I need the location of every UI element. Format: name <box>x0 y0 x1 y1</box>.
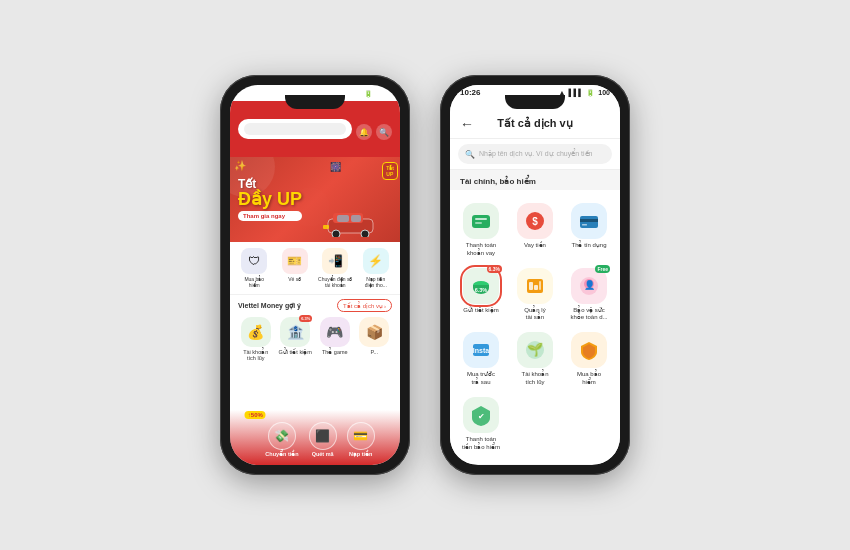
phone1-screen: 10:26 ◀ ▌▌▌ 🔋 100 🔔 🔍 <box>230 85 400 465</box>
recommend-row: 💰 Tài khoảntích lũy 🏦 6.3% Gửi tiết kiệm… <box>238 317 392 361</box>
svg-rect-13 <box>580 219 598 222</box>
grid-quan-ly-tai-san[interactable]: Quản lýtài sản <box>508 263 562 328</box>
svg-text:✔: ✔ <box>478 412 485 421</box>
service-ve-so[interactable]: 🎫 Vé số <box>275 248 316 288</box>
svg-rect-20 <box>529 282 533 290</box>
svg-point-2 <box>332 230 340 237</box>
grid-mua-truoc-tra-sau[interactable]: Insta Mua trướctrả sau <box>454 327 508 392</box>
viettel-title: Viettel Money gợi ý <box>238 302 301 310</box>
svg-text:$: $ <box>532 216 538 227</box>
car-icon <box>323 209 378 237</box>
notch-left <box>285 95 345 109</box>
bottom-quet-ma[interactable]: ⬛ Quét mã <box>309 422 337 457</box>
bottom-chuyen-tien[interactable]: 💸 Chuyển tiền <box>265 422 298 457</box>
phone2-time: 10:26 <box>460 88 480 97</box>
grid-tt-tien-bao-hiem[interactable]: ✔ Thanh toántiền bảo hiểm <box>454 392 508 457</box>
svg-rect-22 <box>539 281 541 290</box>
svg-text:6.3%: 6.3% <box>475 287 488 293</box>
phone1-top-area: 🔔 🔍 <box>230 101 400 157</box>
banner-area: ✨ 🎆 Tết Đầy UP Tham gia ngay <box>230 157 400 242</box>
svg-rect-4 <box>337 215 349 222</box>
grid-the-tin-dung[interactable]: Thẻ tín dụng <box>562 198 616 263</box>
back-arrow-icon[interactable]: ← <box>460 116 474 132</box>
rec-tiet-kiem[interactable]: 🏦 6.3% Gửi tiết kiệm <box>278 317 314 361</box>
viettel-header: Viettel Money gợi ý Tất cả dịch vụ › <box>238 299 392 312</box>
search-service-icon: 🔍 <box>465 150 475 159</box>
phone1-status-icons: ◀ ▌▌▌ 🔋 100 <box>338 90 388 98</box>
svg-rect-8 <box>475 218 487 220</box>
svg-rect-7 <box>472 215 490 228</box>
services-grid-finance: Thanh toánkhoản vay $ Vay tiền Thẻ tín d… <box>450 190 620 464</box>
phone-left: 10:26 ◀ ▌▌▌ 🔋 100 🔔 🔍 <box>220 75 410 475</box>
service-nap-tien[interactable]: ⚡ Nạp tiềnđiện tho... <box>356 248 397 288</box>
rec-the-game[interactable]: 🎮 Thẻ game <box>317 317 353 361</box>
grid-mua-bao-hiem[interactable]: Mua bảohiểm <box>562 327 616 392</box>
phone1-bottom-bar: ↑50% 💸 Chuyển tiền ⬛ Quét mã 💳 Nạp tiền <box>230 410 400 465</box>
viettel-money-section: Viettel Money gợi ý Tất cả dịch vụ › 💰 T… <box>230 295 400 365</box>
search-service-bar[interactable]: 🔍 Nhập tên dịch vụ. Ví dụ: chuyển tiền <box>450 139 620 170</box>
rec-other[interactable]: 📦 P... <box>357 317 393 361</box>
firework-2: 🎆 <box>330 162 341 172</box>
service-bao-hiem[interactable]: 🛡 Mua bảohiểm <box>234 248 275 288</box>
grid-vay-tien[interactable]: $ Vay tiền <box>508 198 562 263</box>
banner-tag: Tắt UP <box>382 162 398 180</box>
bottom-nap-tien[interactable]: 💳 Nạp tiền <box>347 422 375 457</box>
svg-rect-14 <box>582 224 587 226</box>
svg-rect-9 <box>475 222 482 224</box>
tat-ca-dich-vu-button[interactable]: Tất cả dịch vụ › <box>337 299 392 312</box>
grid-gui-tiet-kiem[interactable]: 6.3% 6.3% Gửi tiết kiệm <box>454 263 508 328</box>
service-chuyen-tien[interactable]: 📲 Chuyển đến sốtài khoản <box>315 248 356 288</box>
section1-label: Tài chính, bảo hiểm <box>450 170 620 190</box>
svg-rect-5 <box>351 215 361 222</box>
svg-point-3 <box>361 230 369 237</box>
phone1-search-bar[interactable] <box>238 119 352 139</box>
banner-dayup-label: Đầy UP <box>238 190 302 208</box>
phone2-status-icons: ▲ ▌▌▌ 🔋 100 <box>558 89 610 97</box>
phone1-time: 10:26 <box>242 89 265 99</box>
banner-join-button[interactable]: Tham gia ngay <box>238 211 302 221</box>
bell-icon[interactable]: 🔔 <box>356 124 372 140</box>
phone-right: 10:26 ▲ ▌▌▌ 🔋 100 ← Tất cả dịch vụ 🔍 Nhậ… <box>440 75 630 475</box>
svg-text:👤: 👤 <box>584 279 596 291</box>
svg-rect-21 <box>534 285 538 290</box>
phone2-screen: 10:26 ▲ ▌▌▌ 🔋 100 ← Tất cả dịch vụ 🔍 Nhậ… <box>450 85 620 465</box>
rec-tich-luy[interactable]: 💰 Tài khoảntích lũy <box>238 317 274 361</box>
svg-text:🌱: 🌱 <box>527 341 544 358</box>
firework-1: ✨ <box>234 160 246 171</box>
search-placeholder: Nhập tên dịch vụ. Ví dụ: chuyển tiền <box>479 150 592 158</box>
svg-rect-6 <box>323 225 329 229</box>
svg-text:Insta: Insta <box>473 347 489 354</box>
page-title: Tất cả dịch vụ <box>497 117 572 130</box>
discount-badge: ↑50% <box>245 411 266 419</box>
grid-bao-ve-suc-khoe[interactable]: 👤 Free Bảo vệ sứckhỏe toàn d... <box>562 263 616 328</box>
phone1-services-row: 🛡 Mua bảohiểm 🎫 Vé số 📲 Chuyển đến sốtài… <box>230 242 400 295</box>
grid-thanh-toan-khoan-vay[interactable]: Thanh toánkhoản vay <box>454 198 508 263</box>
banner-text: Tết Đầy UP Tham gia ngay <box>238 178 302 221</box>
notch-right <box>505 95 565 109</box>
search-icon[interactable]: 🔍 <box>376 124 392 140</box>
grid-tai-khoan-tich-luy[interactable]: 🌱 Tài khoảntích lũy <box>508 327 562 392</box>
